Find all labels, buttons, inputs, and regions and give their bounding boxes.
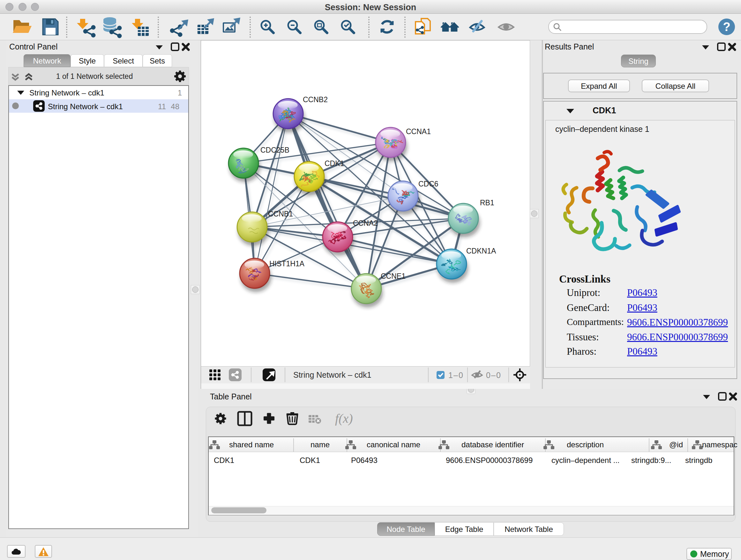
svg-text:CCNB1: CCNB1 xyxy=(268,210,293,218)
svg-text:f(x): f(x) xyxy=(335,411,353,426)
svg-text:CCNA1: CCNA1 xyxy=(406,127,431,136)
svg-text:CDC25B: CDC25B xyxy=(260,146,289,154)
svg-text:CDKN1A: CDKN1A xyxy=(466,247,496,255)
svg-text:CCNE1: CCNE1 xyxy=(381,272,406,280)
svg-text:CCNB2: CCNB2 xyxy=(303,96,328,104)
svg-text:CDK1: CDK1 xyxy=(325,159,344,168)
svg-text:RB1: RB1 xyxy=(480,199,494,207)
svg-text:HIST1H1A: HIST1H1A xyxy=(269,260,305,268)
svg-text:CCNA2: CCNA2 xyxy=(353,219,378,227)
svg-text:?: ? xyxy=(723,20,730,34)
svg-text:CDC6: CDC6 xyxy=(418,180,439,188)
